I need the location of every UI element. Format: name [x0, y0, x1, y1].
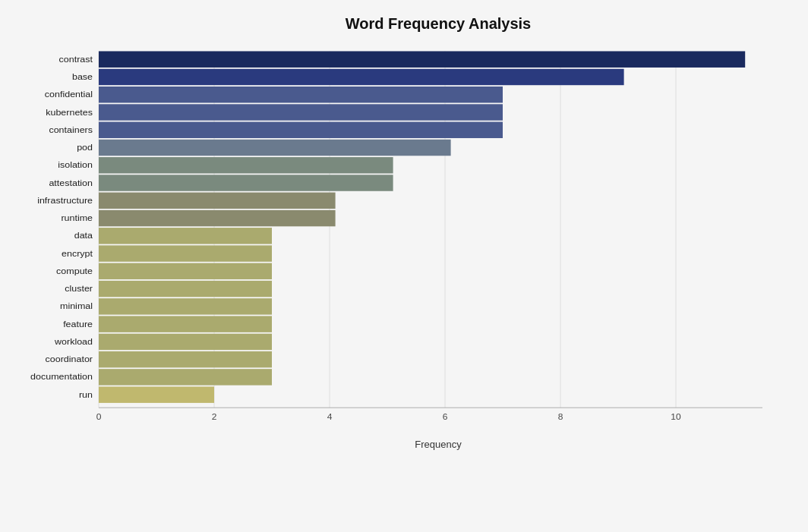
bar-label-attestation: attestation — [49, 178, 93, 187]
bar-confidential — [99, 87, 503, 102]
bar-containers — [99, 122, 503, 138]
chart-title: Word Frequency Analysis — [99, 15, 778, 33]
bar-label-contrast: contrast — [59, 54, 93, 64]
bar-label-encrypt: encrypt — [62, 248, 93, 258]
bar-run — [99, 386, 214, 402]
bar-kubernetes — [99, 104, 503, 120]
bar-label-infrastructure: infrastructure — [37, 196, 93, 206]
bar-label-pod: pod — [77, 143, 93, 153]
x-tick-4: 4 — [327, 413, 333, 421]
bar-pod — [99, 140, 451, 156]
bar-label-data: data — [74, 231, 93, 241]
bar-label-kubernetes: kubernetes — [46, 107, 93, 117]
x-tick-10: 10 — [671, 413, 680, 421]
bar-label-isolation: isolation — [58, 160, 93, 170]
bar-label-compute: compute — [56, 266, 93, 276]
bar-label-workload: workload — [54, 337, 93, 347]
x-axis-title: Frequency — [99, 439, 778, 450]
bar-infrastructure — [99, 193, 336, 209]
bar-minimal — [99, 298, 272, 314]
x-tick-6: 6 — [443, 413, 448, 421]
bar-encrypt — [99, 245, 272, 261]
bar-label-confidential: confidential — [45, 90, 93, 99]
chart-container: Word Frequency Analysis contrastbaseconf… — [0, 0, 808, 532]
bar-feature — [99, 316, 272, 332]
bar-label-containers: containers — [49, 124, 93, 134]
bar-label-cluster: cluster — [65, 284, 93, 294]
x-tick-8: 8 — [558, 413, 563, 421]
bar-label-runtime: runtime — [61, 213, 93, 223]
bar-base — [99, 69, 624, 85]
bar-label-minimal: minimal — [60, 301, 93, 311]
bar-label-coordinator: coordinator — [46, 354, 93, 364]
bar-compute — [99, 263, 272, 279]
bar-runtime — [99, 210, 336, 226]
bar-documentation — [99, 369, 272, 385]
bar-data — [99, 228, 272, 244]
x-tick-0: 0 — [96, 413, 102, 421]
bar-coordinator — [99, 351, 272, 367]
bar-attestation — [99, 175, 393, 190]
x-tick-2: 2 — [212, 413, 217, 421]
bar-workload — [99, 334, 272, 350]
bar-label-run: run — [79, 389, 93, 399]
bar-label-feature: feature — [63, 319, 93, 329]
bar-cluster — [99, 281, 272, 297]
bar-isolation — [99, 157, 393, 173]
bar-label-documentation: documentation — [30, 372, 93, 382]
bar-contrast — [99, 51, 745, 67]
bar-label-base: base — [72, 72, 93, 82]
